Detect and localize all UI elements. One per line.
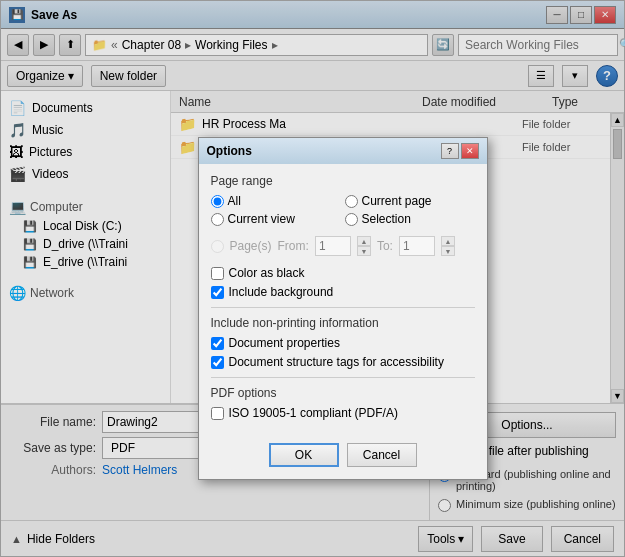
pages-label: Page(s) — [230, 239, 272, 253]
pdf-options-label: PDF options — [211, 386, 475, 400]
pages-row: Page(s) From: ▲ ▼ To: ▲ ▼ — [211, 236, 475, 256]
dialog-ok-button[interactable]: OK — [269, 443, 339, 467]
doc-structure-label: Document structure tags for accessibilit… — [229, 355, 444, 369]
doc-properties-label: Document properties — [229, 336, 340, 350]
options-dialog: Options ? ✕ Page range All Current page — [198, 137, 488, 480]
non-printing-label: Include non-printing information — [211, 316, 475, 330]
iso-checkbox[interactable] — [211, 407, 224, 420]
dialog-title: Options — [207, 144, 437, 158]
save-as-window: 💾 Save As ─ □ ✕ ◀ ▶ ⬆ 📁 « Chapter 08 ▸ W… — [0, 0, 625, 557]
dialog-title-buttons: ? ✕ — [441, 143, 479, 159]
page-range-radios: All Current page Current view Selection — [211, 194, 475, 226]
radio-selection-label: Selection — [362, 212, 411, 226]
modal-overlay: Options ? ✕ Page range All Current page — [1, 1, 624, 556]
include-background-row[interactable]: Include background — [211, 285, 475, 299]
divider1 — [211, 307, 475, 308]
radio-all-label: All — [228, 194, 241, 208]
doc-structure-checkbox[interactable] — [211, 356, 224, 369]
iso-row[interactable]: ISO 19005-1 compliant (PDF/A) — [211, 406, 475, 420]
doc-structure-row[interactable]: Document structure tags for accessibilit… — [211, 355, 475, 369]
radio-all[interactable]: All — [211, 194, 341, 208]
radio-current-page[interactable]: Current page — [345, 194, 475, 208]
doc-properties-checkbox[interactable] — [211, 337, 224, 350]
include-background-label: Include background — [229, 285, 334, 299]
from-up-button[interactable]: ▲ — [357, 236, 371, 246]
to-spinner: ▲ ▼ — [441, 236, 455, 256]
color-as-black-row[interactable]: Color as black — [211, 266, 475, 280]
to-input[interactable] — [399, 236, 435, 256]
from-down-button[interactable]: ▼ — [357, 246, 371, 256]
radio-current-page-label: Current page — [362, 194, 432, 208]
from-spinner: ▲ ▼ — [357, 236, 371, 256]
page-range-label: Page range — [211, 174, 475, 188]
radio-current-view-label: Current view — [228, 212, 295, 226]
doc-properties-row[interactable]: Document properties — [211, 336, 475, 350]
from-input[interactable] — [315, 236, 351, 256]
dialog-body: Page range All Current page Current view — [199, 164, 487, 435]
radio-current-page-input[interactable] — [345, 195, 358, 208]
radio-current-view[interactable]: Current view — [211, 212, 341, 226]
to-up-button[interactable]: ▲ — [441, 236, 455, 246]
include-background-checkbox[interactable] — [211, 286, 224, 299]
dialog-close-button[interactable]: ✕ — [461, 143, 479, 159]
to-label: To: — [377, 239, 393, 253]
dialog-help-button[interactable]: ? — [441, 143, 459, 159]
color-as-black-checkbox[interactable] — [211, 267, 224, 280]
radio-all-input[interactable] — [211, 195, 224, 208]
dialog-title-bar: Options ? ✕ — [199, 138, 487, 164]
radio-current-view-input[interactable] — [211, 213, 224, 226]
dialog-cancel-button[interactable]: Cancel — [347, 443, 417, 467]
from-label: From: — [278, 239, 309, 253]
dialog-footer: OK Cancel — [199, 435, 487, 479]
radio-selection[interactable]: Selection — [345, 212, 475, 226]
radio-selection-input[interactable] — [345, 213, 358, 226]
to-down-button[interactable]: ▼ — [441, 246, 455, 256]
divider2 — [211, 377, 475, 378]
color-as-black-label: Color as black — [229, 266, 305, 280]
radio-pages-input[interactable] — [211, 240, 224, 253]
iso-label: ISO 19005-1 compliant (PDF/A) — [229, 406, 398, 420]
